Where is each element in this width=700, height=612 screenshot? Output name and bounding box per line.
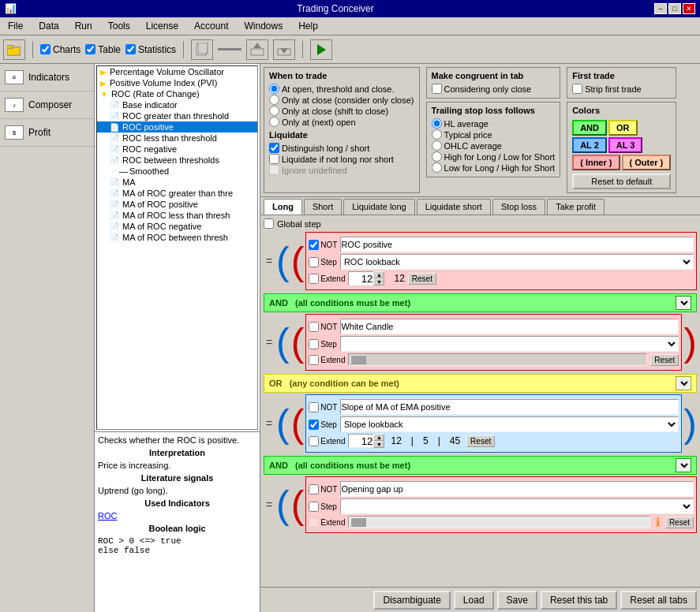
reset-btn-4[interactable]: Reset	[665, 517, 694, 528]
sidebar-item-profit[interactable]: $ Profit	[0, 119, 94, 147]
color-al2-button[interactable]: AL 2	[572, 137, 607, 153]
value-input-1[interactable]	[348, 271, 373, 285]
extend-checkbox-1[interactable]: Extend	[309, 274, 345, 284]
menu-help[interactable]: Help	[294, 19, 323, 33]
color-and-button[interactable]: AND	[572, 120, 607, 136]
checkbox-distinguish[interactable]: Distinguish long / short	[269, 143, 414, 153]
tree-item-ma-between[interactable]: 📄 MA of ROC between thresh	[97, 232, 257, 243]
not-checkbox-2-input[interactable]	[309, 322, 319, 332]
tree-item-roc-greater[interactable]: 📄 ROC greater than threshold	[97, 110, 257, 121]
checkbox-considering-close-input[interactable]	[432, 84, 442, 94]
value-input-3[interactable]	[348, 434, 373, 448]
info-indicator-link[interactable]: ROC	[98, 511, 117, 521]
tab-stop-loss[interactable]: Stop loss	[492, 199, 545, 215]
radio-only-next-open-input[interactable]	[269, 117, 279, 127]
minimize-button[interactable]: –	[654, 3, 667, 14]
tab-liquidate-short[interactable]: Liquidate short	[417, 199, 491, 215]
checkbox-considering-close[interactable]: Considering only close	[432, 84, 556, 94]
not-checkbox-4[interactable]: NOT	[309, 484, 337, 494]
radio-hl-avg-input[interactable]	[432, 118, 442, 129]
tab-liquidate-long[interactable]: Liquidate long	[343, 199, 415, 215]
and-select-2[interactable]: ▼	[676, 458, 691, 472]
reset-this-tab-button[interactable]: Reset this tab	[541, 591, 617, 610]
tree-item-pvo[interactable]: ▶ Percentage Volume Oscillator	[97, 66, 257, 77]
radio-typical[interactable]: Typical price	[432, 129, 556, 140]
statistics-checkbox-label[interactable]: Statistics	[125, 44, 176, 55]
radio-only-close-shift[interactable]: Only at close (shift to close)	[269, 106, 414, 116]
extend-checkbox-2[interactable]: Extend	[309, 355, 345, 365]
tree-container[interactable]: ▶ Percentage Volume Oscillator ▶ Positiv…	[96, 65, 258, 430]
charts-checkbox[interactable]	[40, 44, 51, 54]
menu-windows[interactable]: Windows	[239, 19, 287, 33]
maximize-button[interactable]: □	[668, 3, 681, 14]
reset-all-tabs-button[interactable]: Reset all tabs	[620, 591, 697, 610]
checkbox-strip-first-input[interactable]	[572, 84, 582, 94]
radio-low-long-input[interactable]	[432, 162, 442, 173]
and-select-1[interactable]: ▼	[676, 296, 691, 310]
load-button[interactable]: Load	[454, 591, 494, 610]
reset-to-default-button[interactable]: Reset to default	[572, 174, 671, 189]
extend-checkbox-4[interactable]: Extend	[309, 517, 345, 528]
step-checkbox-2-input[interactable]	[309, 339, 319, 349]
tree-item-ma-greater[interactable]: 📄 MA of ROC greater than thre	[97, 188, 257, 199]
indicator-input-2[interactable]	[340, 319, 679, 334]
tree-item-ma-less[interactable]: 📄 MA of ROC less than thresh	[97, 210, 257, 221]
spin-down-1[interactable]: ▼	[373, 278, 384, 285]
step-checkbox-1-input[interactable]	[309, 257, 319, 267]
tree-item-roc-negative[interactable]: 📄 ROC negative	[97, 144, 257, 155]
radio-at-open-input[interactable]	[269, 84, 279, 94]
spin-up-3[interactable]: ▲	[373, 434, 384, 441]
open-file-button[interactable]	[3, 39, 25, 60]
extend-checkbox-1-input[interactable]	[309, 274, 319, 284]
tree-item-ma-negative[interactable]: 📄 MA of ROC negative	[97, 221, 257, 232]
not-checkbox-4-input[interactable]	[309, 484, 319, 494]
menu-license[interactable]: License	[141, 19, 183, 33]
radio-low-long[interactable]: Low for Long / High for Short	[432, 162, 556, 173]
menu-file[interactable]: File	[3, 19, 28, 33]
table-checkbox[interactable]	[85, 44, 95, 54]
radio-only-close-consider[interactable]: Only at close (consider only close)	[269, 95, 414, 105]
extend-checkbox-3-input[interactable]	[309, 436, 319, 446]
close-button[interactable]: ✕	[683, 3, 695, 14]
table-checkbox-label[interactable]: Table	[85, 44, 121, 55]
reset-btn-1[interactable]: Reset	[408, 273, 436, 285]
tree-item-roc[interactable]: ▼ ROC (Rate of Change)	[97, 88, 257, 99]
or-select-1[interactable]: ▼	[676, 376, 691, 390]
color-inner-button[interactable]: ( Inner )	[572, 155, 620, 170]
step-checkbox-4-input[interactable]	[309, 502, 319, 512]
checkbox-liquidate-not[interactable]: Liquidate if not long nor short	[269, 154, 414, 164]
tree-item-roc-positive[interactable]: 📄 ROC positive	[97, 121, 257, 132]
tree-item-pvi[interactable]: ▶ Positive Volume Index (PVI)	[97, 77, 257, 88]
step-checkbox-3-input[interactable]	[309, 420, 319, 430]
step-checkbox-3[interactable]: Step	[309, 420, 337, 430]
tree-item-ma-positive[interactable]: 📄 MA of ROC positive	[97, 199, 257, 210]
scrollbar-2[interactable]	[348, 353, 647, 366]
indicator-input-1[interactable]	[340, 237, 694, 252]
radio-ohlc-input[interactable]	[432, 140, 442, 151]
radio-at-open[interactable]: At open, threshold and close.	[269, 84, 414, 94]
global-step-checkbox[interactable]	[264, 218, 274, 229]
extend-checkbox-2-input[interactable]	[309, 355, 319, 365]
radio-only-close-consider-input[interactable]	[269, 95, 279, 105]
disambiguate-button[interactable]: Disambiguate	[373, 591, 450, 610]
radio-only-close-shift-input[interactable]	[269, 106, 279, 116]
spin-up-1[interactable]: ▲	[373, 271, 384, 278]
scrollbar-thumb-4[interactable]	[350, 517, 366, 527]
step-checkbox-4[interactable]: Step	[309, 502, 337, 512]
color-or-button[interactable]: OR	[608, 120, 638, 136]
parameter-select-3[interactable]: Slope lookback	[340, 416, 679, 432]
tree-item-smoothed[interactable]: — Smoothed	[97, 166, 257, 177]
not-checkbox-3-input[interactable]	[309, 402, 319, 412]
parameter-select-2[interactable]	[340, 336, 679, 352]
radio-only-next-open[interactable]: Only at (next) open	[269, 117, 414, 127]
checkbox-liquidate-not-input[interactable]	[269, 154, 279, 164]
export-button[interactable]	[246, 39, 268, 60]
menu-tools[interactable]: Tools	[103, 19, 135, 33]
color-outer-button[interactable]: ( Outer )	[622, 155, 672, 170]
extend-checkbox-3[interactable]: Extend	[309, 436, 345, 446]
checkbox-strip-first[interactable]: Strip first trade	[572, 84, 671, 94]
radio-hl-avg[interactable]: HL average	[432, 118, 556, 129]
reset-btn-2[interactable]: Reset	[650, 354, 679, 366]
statistics-checkbox[interactable]	[125, 44, 136, 54]
sidebar-item-composer[interactable]: ♪ Composer	[0, 91, 94, 119]
